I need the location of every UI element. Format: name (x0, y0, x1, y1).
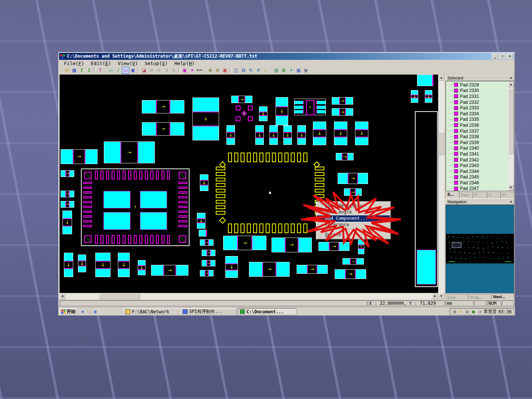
scroll-right-button[interactable]: ► (432, 293, 438, 299)
tab-p[interactable]: P... (501, 192, 514, 198)
pad-list-item[interactable]: Pad 2337 (447, 128, 508, 134)
pcb-two-pad-component[interactable]: → (142, 100, 184, 113)
tab-s[interactable]: S... (446, 191, 459, 198)
menuitem-add-component[interactable]: Add Component... (317, 215, 390, 222)
pad-view-icon[interactable]: ▭ (107, 67, 115, 74)
taskbar-button[interactable]: F:\BAC\Network (123, 308, 179, 315)
tab-navi[interactable]: Navi... (491, 293, 514, 299)
pcb-canvas[interactable]: →→↓→↓↓↓→→↓↓↓↓↓↓↓↓↓↓→→→→→→→→↓↑↓↓→→→→→→→↓↓… (59, 75, 438, 293)
alert-tray-icon[interactable]: ▰ (458, 310, 463, 314)
navigation-viewport-rect[interactable] (452, 242, 461, 248)
pcb-two-pad-component[interactable]: ↓ (197, 213, 205, 229)
split-horizontal-icon[interactable]: ⊟ (240, 67, 247, 74)
tab-p[interactable]: P... (473, 192, 487, 198)
close-button[interactable]: × (507, 54, 513, 59)
navigation-preview[interactable] (446, 205, 514, 293)
pcb-qfp-footprint[interactable]: ↑ (81, 168, 190, 246)
menu-edit[interactable]: Edit(E) (88, 61, 115, 66)
pcb-two-pad-component[interactable]: → (142, 122, 184, 136)
pcb-two-pad-component[interactable]: → (332, 108, 353, 116)
pad-list-item[interactable]: Pad 2330 (447, 88, 508, 94)
pad-list-item[interactable]: Pad 2336 (447, 122, 508, 128)
pcb-two-pad-component[interactable]: → (338, 173, 368, 184)
measure-icon[interactable]: ▱ (262, 67, 269, 74)
pcb-two-pad-component[interactable]: ↓ (64, 253, 73, 277)
menuitem-save-angle[interactable]: Save Angle (317, 209, 390, 215)
tab-expl[interactable]: Expl... (446, 294, 468, 299)
pcb-two-pad-component[interactable]: → (61, 191, 74, 197)
split-vertical-icon[interactable]: ◫ (232, 67, 240, 74)
tab-pad[interactable]: Pad (459, 192, 473, 198)
pad-list-item[interactable]: Pad 2340 (447, 146, 508, 151)
pad-list-item[interactable]: Pad 2331 (447, 93, 508, 99)
export-icon[interactable]: ↥ (85, 67, 93, 74)
pad-select-icon[interactable]: ▭ (122, 67, 129, 74)
import-icon[interactable]: ↧ (78, 67, 85, 74)
pcb-two-pad-component[interactable]: → (344, 188, 362, 196)
tab-c[interactable]: C... (487, 192, 501, 198)
pcb-two-pad-component[interactable]: ↓ (78, 255, 86, 272)
vertical-scrollbar[interactable]: ▲ ▼ (438, 75, 444, 299)
pcb-two-pad-component[interactable]: ↓ (276, 97, 288, 125)
pcb-two-pad-component[interactable]: ↓ (334, 122, 347, 145)
pcb-two-pad-component[interactable]: ↓ (411, 90, 418, 103)
tools-icon[interactable]: ψ (302, 67, 310, 74)
pad-list-item[interactable]: Pad 2346 (447, 180, 508, 186)
zoom-fit-icon[interactable]: ▣ (221, 67, 229, 74)
pad-pair-icon[interactable]: ▣ (181, 67, 188, 74)
draw-icon[interactable]: / (115, 67, 122, 74)
pad-list-item[interactable]: Pad 2333 (447, 105, 508, 111)
menu-help[interactable]: Help(H) (171, 61, 198, 66)
pcb-two-pad-component[interactable]: → (200, 270, 214, 276)
selected-pad-list[interactable]: Pad 2329Pad 2330Pad 2331Pad 2332Pad 2333… (446, 81, 514, 191)
pad-list-item[interactable]: Pad 2344 (447, 168, 508, 174)
pcb-two-pad-component[interactable]: → (332, 97, 353, 105)
scroll-up-button[interactable]: ▲ (438, 75, 444, 81)
pcb-two-pad-component[interactable]: → (342, 258, 364, 265)
pcb-pad[interactable] (417, 75, 433, 86)
pcb-two-pad-component[interactable]: → (200, 239, 214, 246)
pcb-two-pad-component[interactable]: → (61, 170, 74, 177)
pcb-two-pad-component[interactable]: → (61, 201, 74, 208)
pcb-two-pad-component[interactable]: ↓ (358, 239, 364, 254)
selected-panel-close-icon[interactable]: × (509, 76, 512, 80)
pcb-two-pad-component[interactable]: ↓ (138, 260, 146, 275)
pcb-two-pad-component[interactable]: → (231, 96, 252, 103)
pcb-two-pad-component[interactable]: → (335, 269, 366, 279)
pcb-two-pad-component[interactable]: ↓ (95, 253, 110, 277)
pcb-two-pad-component[interactable]: → (151, 265, 188, 276)
pcb-two-pad-component[interactable]: → (249, 262, 290, 277)
pad-list-item[interactable]: Pad 2335 (447, 117, 508, 123)
pcb-two-pad-component[interactable]: ↓ (118, 253, 130, 277)
pcb-two-pad-component[interactable]: → (272, 238, 312, 252)
pad-list-item[interactable]: Pad 2343 (447, 163, 508, 168)
pcb-two-pad-component[interactable]: ↓ (297, 125, 306, 145)
horizontal-scroll-thumb[interactable] (99, 293, 140, 299)
horizontal-scrollbar[interactable]: ◄ ► (59, 293, 438, 299)
mark-icon[interactable]: ◪ (140, 67, 148, 74)
help-icon[interactable]: ? (96, 67, 104, 74)
pcb-two-pad-component[interactable]: → (297, 265, 328, 274)
scroll-down-button[interactable]: ▼ (438, 293, 444, 299)
capture-icon[interactable]: ▧ (273, 67, 280, 74)
pcb-two-pad-component[interactable]: → (104, 141, 155, 163)
zoom-out-icon[interactable]: ⊖ (214, 67, 221, 74)
show-desktop-icon[interactable]: ▢ (86, 309, 92, 314)
menuitem-delete[interactable]: Delete (317, 232, 390, 238)
media-player-icon[interactable]: ◉ (93, 309, 98, 314)
list-scroll-down-button[interactable]: ▼ (508, 184, 514, 191)
pad-list-item[interactable]: Pad 2329 (447, 82, 508, 88)
navigation-panel-close-icon[interactable]: × (509, 200, 512, 204)
zoom-in-icon[interactable]: ⊕ (207, 67, 214, 74)
pad-list-item[interactable]: Pad 2332 (447, 99, 508, 105)
taskbar-button[interactable]: SPI程序制作... (180, 308, 236, 315)
pcb-two-pad-component[interactable]: ↓ (225, 256, 238, 278)
menuitem-tolerance[interactable]: Tolerance (317, 222, 390, 228)
clock-tray-icon[interactable]: ◑ (477, 310, 482, 314)
title-bar[interactable]: C:\Documents and Settings\Administrator\… (59, 53, 514, 60)
component-view-icon[interactable]: ▣ (129, 67, 137, 74)
menu-view[interactable]: View(V) (115, 61, 141, 66)
pcb-two-pad-component[interactable]: ↓ (425, 90, 432, 103)
keyboard-layout-icon[interactable]: ▦ (452, 310, 457, 314)
pcb-two-pad-component[interactable]: → (318, 242, 349, 251)
